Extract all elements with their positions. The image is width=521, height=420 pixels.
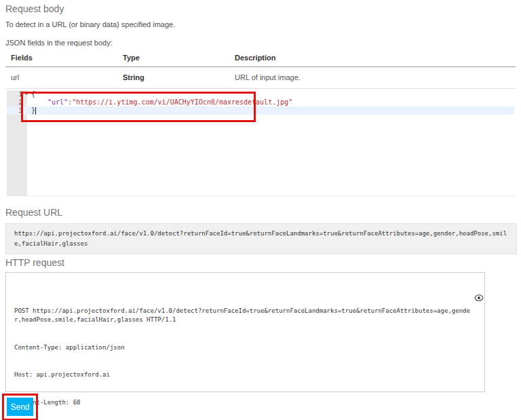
http-header-content-length: Content-Length: 68 <box>14 398 476 408</box>
field-name-cell: url <box>5 67 117 89</box>
json-fields-label: JSON fields in the request body: <box>5 39 113 47</box>
request-url-heading: Request URL <box>5 207 62 218</box>
red-highlight-box-code <box>21 92 256 122</box>
http-request-heading: HTTP request <box>5 257 64 268</box>
field-description-cell: URL of input image. <box>229 67 516 89</box>
http-header-content-type: Content-Type: application/json <box>14 343 476 353</box>
table-row: url String URL of input image. <box>5 67 516 89</box>
request-body-code-editor[interactable]: 1 2 3 ▾ { "url":"https://i.ytimg.com/vi/… <box>7 90 514 196</box>
http-header-host: Host: api.projectoxford.ai <box>14 370 476 380</box>
http-request-line: POST https://api.projectoxford.ai/face/v… <box>14 307 476 325</box>
http-request-preview: POST https://api.projectoxford.ai/face/v… <box>5 272 485 392</box>
field-type-cell: String <box>117 67 229 89</box>
request-url-value: https://api.projectoxford.ai/face/v1.0/d… <box>5 223 517 254</box>
column-header-type: Type <box>117 50 229 67</box>
send-button[interactable]: Send <box>7 398 33 416</box>
column-header-fields: Fields <box>5 50 117 67</box>
table-header-row: Fields Type Description <box>5 50 516 67</box>
eye-icon[interactable] <box>474 275 484 284</box>
red-highlight-box-send: Send <box>2 394 38 420</box>
column-header-description: Description <box>229 50 516 67</box>
json-fields-table: Fields Type Description url String URL o… <box>5 50 516 89</box>
request-body-heading: Request body <box>5 3 64 14</box>
request-body-description: To detect in a URL (or binary data) spec… <box>5 20 175 28</box>
